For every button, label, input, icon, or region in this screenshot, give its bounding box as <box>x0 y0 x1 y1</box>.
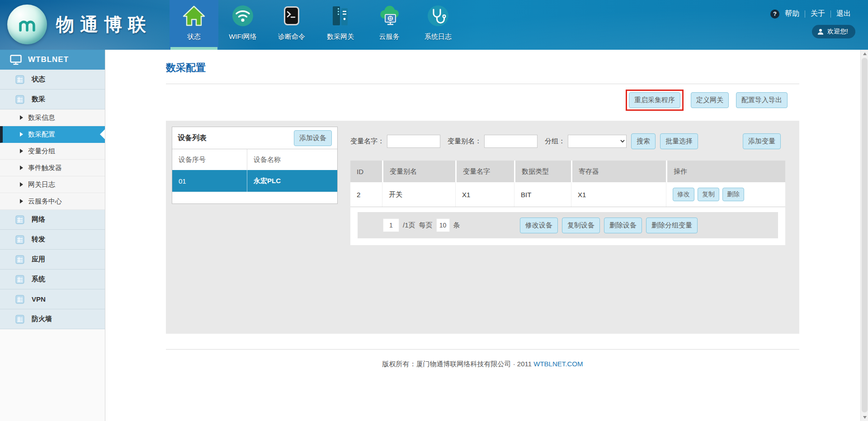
grid-icon <box>15 295 24 304</box>
device-no-column: 设备序号 <box>172 156 247 164</box>
sidebar-title: WTBLNET <box>28 55 69 64</box>
vertical-scrollbar[interactable] <box>860 50 868 421</box>
about-link[interactable]: 关于 <box>811 9 825 19</box>
welcome-badge: 欢迎您! <box>812 25 855 38</box>
device-list-header: 设备列表 添加设备 <box>172 127 337 149</box>
sidebar-item-system[interactable]: 系统 <box>0 270 105 289</box>
sidebar-item-data-info[interactable]: 数采信息 <box>0 109 105 126</box>
grid-icon <box>15 255 24 264</box>
restart-collector-button[interactable]: 重启采集程序 <box>629 92 680 108</box>
sidebar-item-gateway-log[interactable]: 网关日志 <box>0 176 105 193</box>
column-header-id: ID <box>350 161 382 182</box>
device-table-header: 设备序号 设备名称 <box>172 149 337 170</box>
sidebar-item-event-trigger[interactable]: 事件触发器 <box>0 160 105 176</box>
actions-cell: 修改 复制 删除 <box>666 182 785 207</box>
page-suffix-label: /1页 <box>403 221 415 230</box>
define-gateway-button[interactable]: 定义网关 <box>691 92 729 108</box>
sidebar-item-data-acquisition[interactable]: 数采 <box>0 90 105 109</box>
main-content: 数采配置 重启采集程序 定义网关 配置导入导出 设备列表 添加设备 设备序号 设… <box>106 50 860 421</box>
pagination-bar: /1页 每页 条 修改设备 复制设备 删除设备 删除分组变量 <box>358 212 778 238</box>
group-select[interactable] <box>568 135 627 148</box>
search-button[interactable]: 搜索 <box>631 133 656 149</box>
sidebar-item-data-config[interactable]: 数采配置 <box>0 126 105 143</box>
grid-icon <box>15 235 24 244</box>
config-import-export-button[interactable]: 配置导入导出 <box>736 92 788 108</box>
copy-button[interactable]: 复制 <box>698 188 719 201</box>
nav-tab-wifi[interactable]: WIFI网络 <box>218 0 267 50</box>
welcome-text: 欢迎您! <box>827 28 848 36</box>
scroll-down-icon[interactable] <box>861 413 868 421</box>
sidebar-item-firewall[interactable]: 防火墙 <box>0 309 105 329</box>
sidebar-item-vpn[interactable]: VPN <box>0 289 105 309</box>
delete-group-variable-button[interactable]: 删除分组变量 <box>646 218 698 233</box>
add-variable-button[interactable]: 添加变量 <box>743 133 781 149</box>
column-header-datatype: 数据类型 <box>514 161 571 182</box>
divider <box>830 10 831 18</box>
column-header-name: 变量名字 <box>455 161 514 182</box>
sidebar-item-label: 状态 <box>32 75 45 84</box>
copy-device-button[interactable]: 复制设备 <box>562 218 600 233</box>
modify-button[interactable]: 修改 <box>673 188 694 201</box>
sidebar-item-variable-group[interactable]: 变量分组 <box>0 143 105 160</box>
delete-button[interactable]: 删除 <box>722 188 744 201</box>
nav-tab-diagnostic[interactable]: 诊断命令 <box>267 0 316 50</box>
restart-highlight-box: 重启采集程序 <box>626 90 684 111</box>
sidebar-item-application[interactable]: 应用 <box>0 250 105 270</box>
scroll-up-icon[interactable] <box>861 50 868 57</box>
terminal-icon <box>280 4 303 28</box>
page-title: 数采配置 <box>166 61 206 75</box>
variable-table: ID 变量别名 变量名字 数据类型 寄存器 操作 2 开关 X1 BIT X1 … <box>350 161 785 207</box>
device-list-title: 设备列表 <box>178 133 207 143</box>
device-name-column: 设备名称 <box>247 149 337 170</box>
grid-icon <box>15 215 24 224</box>
sidebar-item-forward[interactable]: 转发 <box>0 230 105 250</box>
logo-m-glyph <box>14 12 40 37</box>
name-cell: X1 <box>455 182 514 207</box>
grid-icon <box>15 275 24 284</box>
variable-filter-bar: 变量名字： 变量别名： 分组： 搜索 批量选择 添加变量 <box>350 132 785 150</box>
device-row-selected[interactable]: 01 永宏PLC <box>172 170 337 192</box>
divider <box>166 349 799 350</box>
nav-tab-gateway[interactable]: 数采网关 <box>316 0 365 50</box>
footer: 版权所有：厦门物通博联网络科技有限公司 · 2011 WTBLNET.COM <box>166 360 799 369</box>
batch-select-button[interactable]: 批量选择 <box>660 133 698 149</box>
logout-link[interactable]: 退出 <box>836 9 851 19</box>
table-row: 2 开关 X1 BIT X1 修改 复制 删除 <box>350 182 785 207</box>
nav-label: 数采网关 <box>327 33 354 41</box>
wtblnet-link[interactable]: WTBLNET.COM <box>533 360 583 368</box>
nav-label: 云服务 <box>379 33 400 41</box>
nav-tab-cloud[interactable]: 云服务 <box>365 0 414 50</box>
column-header-actions: 操作 <box>666 161 785 182</box>
nav-label: 状态 <box>187 33 201 41</box>
arrow-right-icon <box>20 199 23 203</box>
modify-device-button[interactable]: 修改设备 <box>520 218 558 233</box>
group-label: 分组： <box>545 137 565 146</box>
delete-device-button[interactable]: 删除设备 <box>604 218 642 233</box>
nav-label: 系统日志 <box>425 33 452 41</box>
page-number-input[interactable] <box>383 218 399 232</box>
sidebar-header: WTBLNET <box>0 50 105 70</box>
nav-tab-status[interactable]: 状态 <box>170 0 218 50</box>
unit-label: 条 <box>453 221 460 230</box>
sidebar-item-label: VPN <box>32 295 46 303</box>
sidebar: WTBLNET 状态 数采 数采信息 数采配置 变量分组 事件触发器 网关日志 <box>0 50 105 421</box>
cloud-icon <box>377 4 401 28</box>
variable-alias-input[interactable] <box>484 135 538 148</box>
page-size-input[interactable] <box>436 218 450 232</box>
pagination-section: /1页 每页 条 修改设备 复制设备 删除设备 删除分组变量 <box>350 207 785 245</box>
scrollbar-thumb[interactable] <box>862 58 868 412</box>
datatype-cell: BIT <box>514 182 571 207</box>
sidebar-item-cloud-center[interactable]: 云服务中心 <box>0 193 105 210</box>
variable-name-input[interactable] <box>387 135 440 148</box>
add-device-button[interactable]: 添加设备 <box>294 130 332 146</box>
toolbar: 重启采集程序 定义网关 配置导入导出 <box>166 90 788 111</box>
help-link[interactable]: 帮助 <box>785 9 799 19</box>
nav-tab-syslog[interactable]: 系统日志 <box>414 0 462 50</box>
sidebar-item-status[interactable]: 状态 <box>0 70 105 90</box>
divider <box>805 10 805 18</box>
divider <box>166 84 799 84</box>
sidebar-item-label: 防火墙 <box>32 315 52 323</box>
device-no-cell: 01 <box>172 177 247 185</box>
sidebar-item-network[interactable]: 网络 <box>0 210 105 230</box>
home-icon <box>182 4 206 28</box>
